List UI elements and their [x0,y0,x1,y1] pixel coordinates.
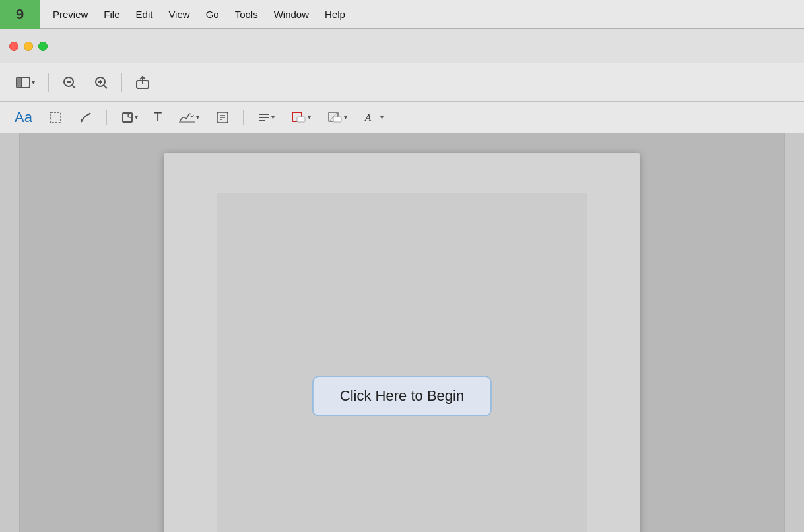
sign-chevron-icon: ▾ [196,114,199,121]
svg-rect-9 [50,112,61,123]
zoom-out-button[interactable] [55,71,83,94]
fullscreen-button[interactable] [38,42,48,51]
menu-tools[interactable]: Tools [228,6,265,22]
menu-help[interactable]: Help [318,6,352,22]
share-button[interactable] [129,71,156,94]
minimize-button[interactable] [24,42,33,51]
begin-button[interactable]: Click Here to Begin [312,376,492,416]
toolbar-sep-2 [121,73,122,92]
stroke-icon [327,110,344,125]
document-area: Trackpad Camera Click Here to Begin [20,133,784,532]
zoom-in-button[interactable] [87,71,115,94]
border-color-button[interactable]: ▾ [285,108,316,127]
svg-line-13 [191,116,194,117]
left-sidebar [0,133,20,532]
zoom-in-icon [94,75,108,90]
annotation-toolbar: Aa ▾ T [0,102,804,133]
document-page: Trackpad Camera Click Here to Begin [164,153,640,532]
note-button[interactable] [210,108,235,127]
menu-edit[interactable]: Edit [129,6,160,22]
app-window: ▾ [0,29,804,532]
menu-window[interactable]: Window [267,6,316,22]
menu-bar: 9 Preview File Edit View Go Tools Window… [0,0,804,29]
close-button[interactable] [9,42,18,51]
tt-sep-2 [243,110,244,125]
sign-button[interactable]: ▾ [172,108,205,127]
svg-text:A: A [364,112,372,123]
tt-sep-1 [106,110,107,125]
stroke-chevron-icon: ▾ [344,114,347,121]
menu-preview[interactable]: Preview [46,6,94,22]
menu-view[interactable]: View [162,6,196,22]
align-chevron-icon: ▾ [271,114,275,121]
svg-line-2 [73,85,76,88]
sign-icon [178,110,196,125]
font-button[interactable]: Aa [9,106,38,129]
note-icon [215,110,230,125]
draw-icon [79,110,93,125]
menu-file[interactable]: File [97,6,126,22]
menu-items: Preview File Edit View Go Tools Window H… [46,6,352,22]
main-toolbar: ▾ [0,63,804,102]
select-button[interactable] [43,108,68,127]
draw-button[interactable] [73,108,98,127]
border-color-icon [290,110,308,125]
chevron-down-icon: ▾ [32,79,35,86]
svg-rect-22 [297,117,305,122]
share-icon [135,75,150,90]
shape-button[interactable]: ▾ [115,108,143,127]
toolbar-sep-1 [48,73,49,92]
svg-line-6 [104,85,108,88]
menu-go[interactable]: Go [199,6,226,22]
shape-icon [120,110,135,125]
font-color-button[interactable]: A ▾ [358,108,389,127]
sidebar-icon [16,77,30,88]
title-bar [0,29,804,63]
right-sidebar [784,133,804,532]
select-icon [48,110,63,125]
svg-point-11 [128,114,132,117]
shape-chevron-icon: ▾ [135,114,138,121]
border-chevron-icon: ▾ [308,114,311,121]
font-color-chevron-icon: ▾ [380,114,384,121]
main-content: Trackpad Camera Click Here to Begin [0,133,804,532]
font-color-icon: A [363,110,380,125]
stroke-button[interactable]: ▾ [321,108,352,127]
align-icon [257,110,271,125]
notification-badge: 9 [0,0,40,29]
align-button[interactable]: ▾ [251,108,280,127]
zoom-out-icon [62,75,77,90]
text-button[interactable]: T [149,107,167,127]
document-inner-page: Click Here to Begin [217,193,587,532]
svg-rect-25 [333,117,341,122]
sidebar-toggle-button[interactable]: ▾ [9,73,42,92]
